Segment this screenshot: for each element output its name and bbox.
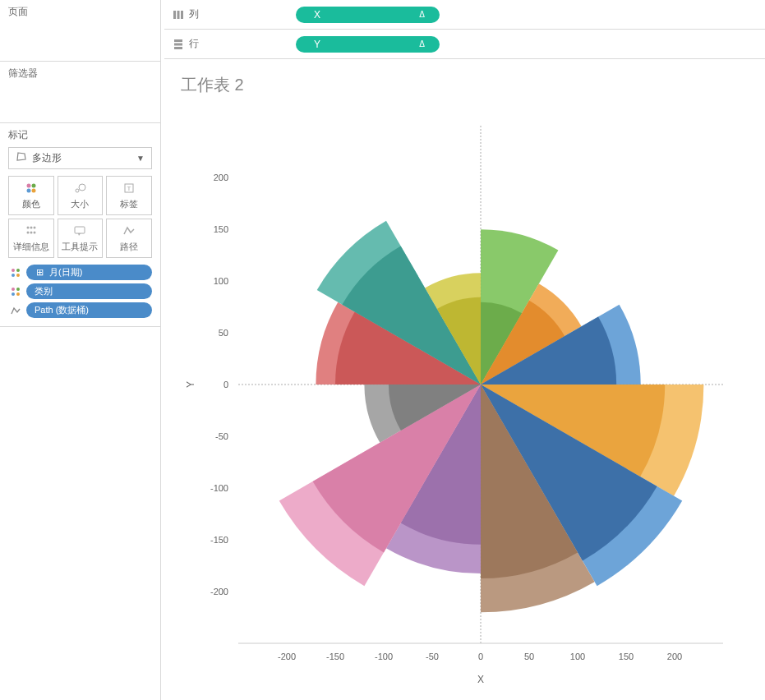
path-button[interactable]: 路径 (106, 219, 152, 258)
svg-text:T: T (127, 185, 131, 192)
svg-text:-50: -50 (426, 652, 439, 661)
svg-text:100: 100 (214, 276, 228, 286)
mark-type-dropdown[interactable]: 多边形 ▼ (8, 147, 152, 169)
svg-point-11 (76, 189, 79, 192)
svg-text:50: 50 (219, 328, 228, 338)
svg-point-10 (31, 189, 35, 193)
detail-button[interactable]: 详细信息 (8, 219, 54, 258)
path-icon (8, 303, 23, 318)
color-icon (8, 284, 23, 299)
label-icon: T (122, 181, 136, 196)
delta-icon: Δ (419, 10, 425, 19)
svg-point-18 (26, 232, 29, 234)
svg-point-28 (16, 288, 20, 291)
svg-rect-0 (173, 11, 176, 19)
svg-text:200: 200 (214, 173, 228, 182)
svg-text:-100: -100 (375, 652, 393, 661)
svg-text:0: 0 (478, 652, 483, 661)
field-pill-path[interactable]: Path (数据桶) (8, 302, 152, 318)
pages-shelf[interactable]: 页面 (0, 0, 160, 62)
svg-point-20 (33, 232, 35, 234)
svg-point-9 (26, 189, 30, 193)
svg-text:150: 150 (214, 224, 228, 234)
svg-text:-200: -200 (210, 587, 228, 596)
chart[interactable]: -200-150-100-50050100150200-200-150-100-… (181, 101, 740, 693)
svg-point-16 (30, 227, 32, 229)
columns-shelf[interactable]: 列 X Δ (164, 0, 765, 30)
svg-text:50: 50 (524, 652, 534, 661)
sheet-title[interactable]: 工作表 2 (181, 74, 749, 96)
svg-text:200: 200 (667, 652, 682, 661)
field-pill-month[interactable]: ⊞ 月(日期) (8, 265, 152, 280)
svg-rect-4 (174, 43, 182, 45)
chevron-down-icon: ▼ (136, 154, 145, 163)
color-icon (25, 181, 38, 196)
svg-point-12 (79, 184, 85, 191)
svg-rect-1 (177, 11, 180, 19)
svg-text:-150: -150 (326, 652, 344, 661)
size-button[interactable]: 大小 (58, 176, 104, 215)
svg-text:0: 0 (224, 380, 228, 389)
svg-marker-6 (17, 153, 25, 160)
svg-point-23 (12, 269, 15, 272)
svg-text:150: 150 (619, 652, 634, 661)
svg-rect-2 (181, 11, 183, 19)
path-icon (122, 223, 136, 238)
shelf-region: 列 X Δ 行 Y Δ (164, 0, 765, 59)
left-panel: 页面 筛选器 标记 多边形 ▼ 颜色 (0, 0, 161, 700)
svg-text:Y: Y (185, 381, 196, 388)
color-button[interactable]: 颜色 (8, 176, 54, 215)
plus-icon: ⊞ (35, 268, 44, 278)
rows-shelf[interactable]: 行 Y Δ (164, 30, 765, 59)
svg-point-7 (26, 184, 30, 188)
svg-point-17 (33, 227, 35, 229)
viz-area: 工作表 2 -200-150-100-50050100150200-200-15… (164, 66, 765, 700)
svg-point-15 (26, 227, 29, 229)
svg-point-27 (12, 288, 15, 291)
tooltip-icon (73, 223, 86, 238)
polygon-icon (16, 151, 27, 165)
svg-rect-5 (174, 47, 182, 49)
rows-label: 行 (189, 37, 199, 51)
svg-text:-50: -50 (215, 431, 228, 441)
svg-text:100: 100 (570, 652, 585, 661)
size-icon (73, 181, 86, 196)
marks-title: 标记 (8, 128, 152, 142)
color-icon (8, 265, 23, 280)
svg-text:X: X (477, 674, 484, 685)
svg-point-26 (16, 274, 20, 277)
svg-rect-3 (174, 39, 182, 42)
marks-card: 标记 多边形 ▼ 颜色 大小 (0, 123, 160, 327)
detail-icon (25, 223, 38, 238)
filters-shelf[interactable]: 筛选器 (0, 62, 160, 123)
svg-text:-100: -100 (210, 483, 228, 493)
svg-point-25 (12, 274, 15, 277)
label-button[interactable]: T 标签 (106, 176, 152, 215)
delta-icon: Δ (419, 39, 425, 48)
tooltip-button[interactable]: 工具提示 (58, 219, 104, 258)
columns-pill[interactable]: X Δ (296, 7, 440, 23)
svg-point-30 (16, 292, 20, 296)
rows-pill[interactable]: Y Δ (296, 36, 440, 53)
svg-rect-21 (75, 227, 85, 233)
svg-point-24 (16, 269, 20, 272)
svg-marker-22 (78, 233, 81, 236)
svg-text:-200: -200 (278, 652, 296, 661)
svg-point-19 (30, 232, 32, 234)
columns-label: 列 (189, 7, 199, 21)
svg-point-8 (31, 184, 35, 188)
rows-icon (173, 39, 184, 50)
svg-text:-150: -150 (210, 535, 228, 545)
field-pill-category[interactable]: 类别 (8, 283, 152, 299)
svg-point-29 (12, 292, 15, 296)
columns-icon (173, 9, 184, 21)
